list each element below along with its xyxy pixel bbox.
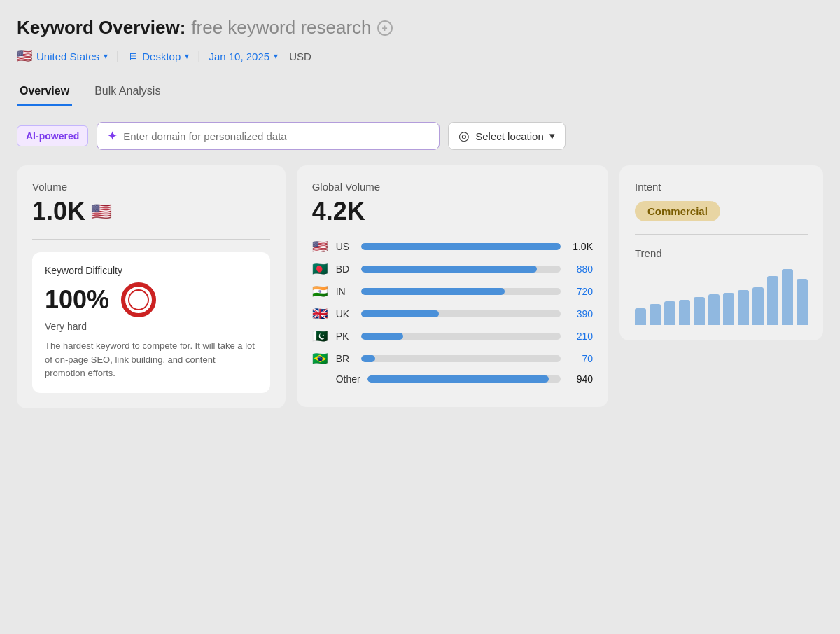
gv-value: 4.2K: [312, 197, 593, 226]
flag-in: 🇮🇳: [312, 284, 329, 299]
trend-bar: [650, 304, 661, 325]
bar-fill-us: [361, 243, 561, 250]
desktop-icon: 🖥: [127, 50, 138, 62]
country-bars: 🇺🇸 US 1.0K 🇧🇩 BD 880 🇮🇳 IN 720: [312, 239, 593, 385]
trend-bar: [664, 301, 676, 325]
page-title: Keyword Overview: free keyword research …: [17, 17, 823, 39]
code-pk: PK: [336, 331, 354, 342]
header-section: Keyword Overview: free keyword research …: [17, 17, 823, 64]
location-label: Select location: [475, 130, 544, 142]
bar-bg-other: [368, 375, 561, 383]
ai-row: AI-powered ✦ ◎ Select location ▾: [17, 122, 823, 150]
tab-overview[interactable]: Overview: [17, 78, 72, 106]
table-row: 🇮🇳 IN 720: [312, 284, 593, 299]
kd-description: The hardest keyword to compete for. It w…: [45, 339, 258, 380]
bar-fill-other: [368, 375, 550, 383]
bar-bg-us: [361, 243, 561, 250]
date-chevron: ▾: [274, 51, 278, 61]
country-chevron: ▾: [104, 51, 108, 61]
trend-bar: [782, 269, 793, 325]
trend-bar: [752, 287, 764, 325]
flag-br: 🇧🇷: [312, 351, 329, 366]
ai-badge: AI-powered: [17, 125, 88, 146]
volume-value: 1.0K 🇺🇸: [32, 197, 270, 226]
bar-bg-uk: [361, 310, 561, 317]
flag-uk: 🇬🇧: [312, 306, 329, 322]
title-prefix: Keyword Overview:: [17, 17, 186, 39]
table-row: Other 940: [312, 373, 593, 385]
country-selector[interactable]: 🇺🇸 United States ▾: [17, 48, 108, 64]
svg-point-2: [129, 290, 148, 310]
count-uk: 390: [568, 308, 593, 319]
device-chevron: ▾: [185, 51, 189, 61]
trend-bar: [635, 308, 646, 325]
sparkle-icon: ✦: [107, 128, 118, 144]
trend-bar: [723, 293, 734, 325]
gv-label: Global Volume: [312, 181, 593, 193]
trend-bar: [797, 279, 808, 325]
code-us: US: [336, 241, 354, 252]
tabs-section: Overview Bulk Analysis: [17, 78, 823, 106]
add-keyword-icon[interactable]: +: [377, 20, 393, 36]
currency-label: USD: [289, 50, 312, 62]
count-other: 940: [568, 373, 593, 385]
intent-divider: [635, 234, 808, 235]
count-us: 1.0K: [568, 241, 593, 252]
svg-point-1: [123, 284, 154, 315]
country-flag: 🇺🇸: [17, 48, 32, 64]
bar-fill-uk: [361, 310, 439, 317]
flag-pk: 🇵🇰: [312, 329, 329, 344]
flag-us: 🇺🇸: [312, 239, 329, 254]
code-bd: BD: [336, 263, 354, 275]
bar-fill-pk: [361, 333, 403, 340]
domain-input[interactable]: [123, 130, 429, 142]
trend-bar: [738, 290, 749, 325]
table-row: 🇬🇧 UK 390: [312, 306, 593, 322]
volume-label: Volume: [32, 181, 270, 193]
count-bd: 880: [568, 263, 593, 275]
code-in: IN: [336, 286, 354, 297]
kd-circle-icon: [120, 282, 157, 318]
table-row: 🇵🇰 PK 210: [312, 329, 593, 344]
bar-bg-in: [361, 288, 561, 295]
bar-bg-pk: [361, 333, 561, 340]
trend-bar: [679, 300, 690, 325]
kd-percent: 100%: [45, 285, 109, 315]
trend-bar: [708, 294, 720, 325]
meta-row: 🇺🇸 United States ▾ | 🖥 Desktop ▾ | Jan 1…: [17, 48, 823, 64]
count-br: 70: [568, 353, 593, 364]
kd-value-row: 100%: [45, 282, 258, 318]
bar-fill-bd: [361, 266, 537, 273]
location-chevron: ▾: [550, 130, 555, 142]
kd-title: Keyword Difficulty: [45, 265, 258, 276]
page-container: Keyword Overview: free keyword research …: [17, 17, 823, 408]
bar-bg-bd: [361, 266, 561, 273]
trend-bar: [767, 276, 778, 325]
keyword-difficulty-card: Keyword Difficulty 100% Very hard The ha…: [32, 252, 270, 393]
intent-trend-card: Intent Commercial Trend: [620, 165, 823, 340]
table-row: 🇧🇩 BD 880: [312, 261, 593, 277]
count-pk: 210: [568, 331, 593, 342]
bar-bg-br: [361, 355, 561, 362]
tab-bulk-analysis[interactable]: Bulk Analysis: [92, 78, 163, 106]
code-uk: UK: [336, 308, 354, 319]
count-in: 720: [568, 286, 593, 297]
device-label: Desktop: [142, 50, 181, 62]
trend-label: Trend: [635, 247, 808, 259]
volume-card: Volume 1.0K 🇺🇸 Keyword Difficulty 100% V…: [17, 165, 286, 408]
date-label: Jan 10, 2025: [209, 50, 270, 62]
cards-row: Volume 1.0K 🇺🇸 Keyword Difficulty 100% V…: [17, 165, 823, 408]
bar-fill-in: [361, 288, 505, 295]
domain-input-wrapper[interactable]: ✦: [97, 122, 440, 150]
date-selector[interactable]: Jan 10, 2025 ▾: [209, 50, 278, 62]
kd-difficulty-label: Very hard: [45, 321, 258, 332]
volume-divider: [32, 239, 270, 240]
code-other: Other: [336, 373, 360, 385]
location-selector[interactable]: ◎ Select location ▾: [448, 122, 566, 150]
country-label: United States: [36, 50, 99, 62]
table-row: 🇺🇸 US 1.0K: [312, 239, 593, 254]
device-selector[interactable]: 🖥 Desktop ▾: [127, 50, 189, 62]
intent-label: Intent: [635, 181, 808, 193]
trend-bar: [694, 297, 705, 325]
title-query: free keyword research: [191, 17, 371, 39]
